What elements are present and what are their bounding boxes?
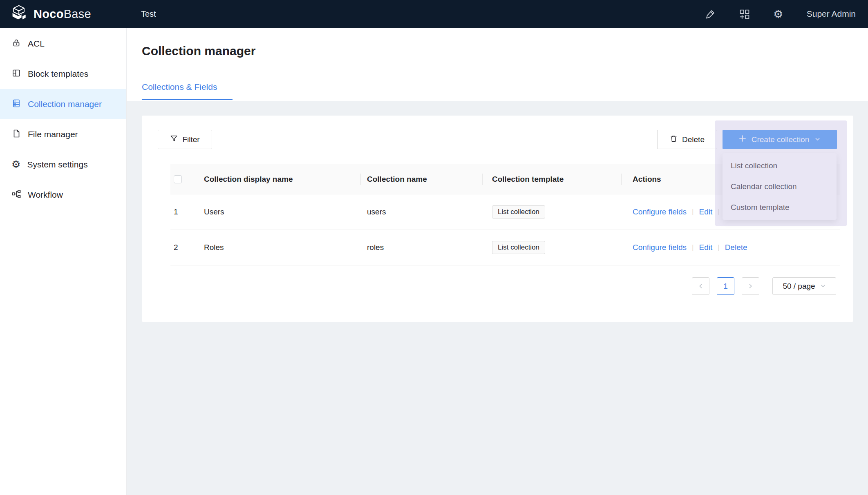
create-collection-dropdown: List collection Calendar collection Cust… [723, 153, 837, 220]
edit-link[interactable]: Edit [699, 207, 712, 216]
sidebar-item-acl[interactable]: ACL [0, 29, 126, 59]
row-index: 2 [170, 243, 197, 252]
sidebar-item-block-templates[interactable]: Block templates [0, 59, 126, 89]
logo: NocoBase [0, 4, 127, 24]
tab-active-underline [142, 99, 233, 100]
layout-icon [11, 68, 21, 80]
chevron-down-icon [820, 282, 826, 291]
create-collection-label: Create collection [752, 135, 810, 144]
workspace-tab-test[interactable]: Test [141, 9, 156, 19]
cell-template: List collection [482, 241, 621, 254]
select-all-cell [170, 164, 197, 194]
filter-button-label: Filter [182, 135, 199, 144]
sidebar-item-system-settings[interactable]: ⚙ System settings [0, 149, 126, 180]
topbar-right: ⚙ Super Admin [705, 9, 868, 20]
page-title: Collection manager [142, 44, 255, 58]
row-index: 1 [170, 207, 197, 216]
plus-icon [739, 135, 746, 144]
configure-fields-link[interactable]: Configure fields [633, 243, 687, 252]
cell-collection-name: users [360, 207, 482, 216]
menu-item-custom-template[interactable]: Custom template [723, 197, 837, 218]
sidebar-item-collection-manager[interactable]: Collection manager [0, 89, 126, 119]
settings-icon[interactable]: ⚙ [773, 9, 784, 20]
sidebar: ACL Block templates Collection manager [0, 28, 127, 495]
sidebar-item-label: Block templates [28, 69, 88, 79]
menu-item-calendar-collection[interactable]: Calendar collection [723, 176, 837, 197]
page-size-select[interactable]: 50 / page [772, 277, 836, 295]
configure-fields-link[interactable]: Configure fields [633, 207, 687, 216]
sidebar-item-label: Collection manager [28, 99, 102, 109]
column-header-name: Collection name [360, 164, 482, 194]
cell-template: List collection [482, 205, 621, 219]
filter-button[interactable]: Filter [158, 130, 212, 149]
prev-page-button[interactable] [692, 277, 709, 295]
delete-link[interactable]: Delete [725, 243, 747, 252]
sidebar-item-label: File manager [28, 129, 78, 139]
logo-text: NocoBase [34, 7, 91, 21]
sidebar-item-label: System settings [27, 160, 87, 169]
template-tag: List collection [492, 205, 545, 219]
table-row: 2 Roles roles List collection Configure … [170, 230, 840, 265]
cell-actions: Configure fields | Edit | Delete [621, 243, 840, 252]
main-header: Collection manager Collections & Fields [127, 28, 868, 101]
trash-icon [670, 135, 678, 145]
template-tag: List collection [492, 241, 545, 254]
page-size-value: 50 / page [783, 282, 815, 291]
column-header-template: Collection template [482, 164, 621, 194]
cell-display-name: Roles [197, 243, 360, 252]
partition-icon [11, 189, 21, 201]
database-icon [11, 98, 21, 110]
select-all-checkbox[interactable] [174, 175, 182, 183]
action-divider: | [718, 208, 719, 216]
sidebar-item-file-manager[interactable]: File manager [0, 119, 126, 149]
plugin-add-icon[interactable] [739, 9, 750, 20]
gear-icon: ⚙ [11, 159, 20, 170]
current-user[interactable]: Super Admin [807, 9, 856, 19]
highlighter-icon[interactable] [705, 9, 716, 20]
pagination: 1 50 / page [692, 277, 836, 295]
sidebar-item-label: Workflow [28, 190, 63, 200]
cell-collection-name: roles [360, 243, 482, 252]
tab-collections-and-fields[interactable]: Collections & Fields [142, 82, 217, 92]
next-page-button[interactable] [742, 277, 759, 295]
chevron-down-icon [814, 135, 821, 144]
nocobase-cube-icon [11, 4, 29, 24]
action-divider: | [718, 243, 719, 252]
lock-icon [11, 38, 21, 50]
delete-button-label: Delete [682, 135, 705, 144]
filter-funnel-icon [170, 135, 178, 145]
column-header-display-name: Collection display name [197, 164, 360, 194]
create-collection-button[interactable]: Create collection [723, 130, 837, 149]
sidebar-item-label: ACL [28, 39, 45, 49]
topbar: NocoBase Test ⚙ Super Admin [0, 0, 868, 28]
file-icon [11, 129, 21, 140]
action-divider: | [692, 208, 694, 216]
sidebar-item-workflow[interactable]: Workflow [0, 180, 126, 210]
cell-display-name: Users [197, 207, 360, 216]
menu-item-list-collection[interactable]: List collection [723, 155, 837, 176]
page-number-button[interactable]: 1 [717, 277, 734, 295]
action-divider: | [692, 243, 694, 252]
edit-link[interactable]: Edit [699, 243, 712, 252]
delete-button[interactable]: Delete [657, 130, 717, 149]
